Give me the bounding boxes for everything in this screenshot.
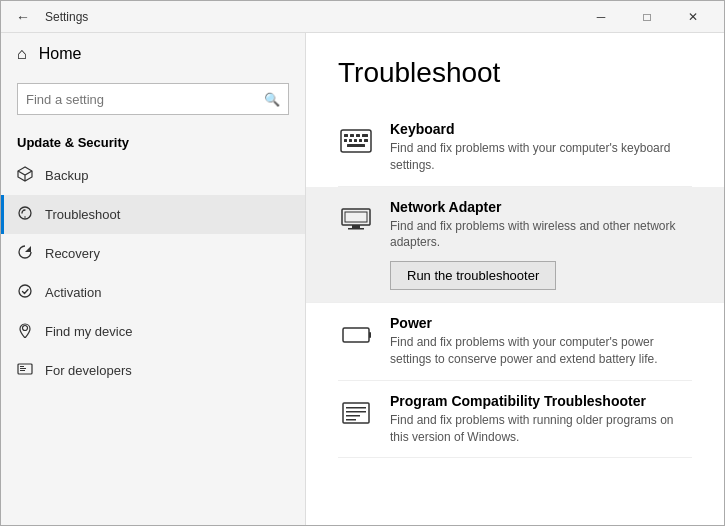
keyboard-desc: Find and fix problems with your computer… — [390, 140, 692, 174]
svg-rect-23 — [343, 328, 369, 342]
network-title: Network Adapter — [390, 199, 692, 215]
titlebar-title: Settings — [45, 10, 88, 24]
troubleshoot-item-network: Network Adapter Find and fix problems wi… — [306, 187, 724, 304]
power-content: Power Find and fix problems with your co… — [390, 315, 692, 368]
sidebar-item-label: Troubleshoot — [45, 207, 120, 222]
main-panel: Troubleshoot — [306, 33, 724, 525]
svg-rect-15 — [354, 139, 357, 142]
svg-rect-5 — [20, 366, 24, 367]
sidebar-item-recovery[interactable]: Recovery — [1, 234, 305, 273]
svg-rect-12 — [362, 134, 368, 137]
sidebar-item-home[interactable]: ⌂ Home — [1, 33, 305, 75]
sidebar-item-label: Activation — [45, 285, 101, 300]
svg-rect-20 — [345, 212, 367, 222]
svg-rect-19 — [342, 209, 370, 225]
svg-rect-6 — [20, 368, 26, 369]
power-icon — [338, 317, 374, 353]
search-icon: 🔍 — [264, 92, 280, 107]
compat-title: Program Compatibility Troubleshooter — [390, 393, 692, 409]
compat-icon — [338, 395, 374, 431]
sidebar-section-title: Update & Security — [1, 127, 305, 156]
sidebar-item-label: Recovery — [45, 246, 100, 261]
network-desc: Find and fix problems with wireless and … — [390, 218, 692, 252]
search-box[interactable]: 🔍 — [17, 83, 289, 115]
sidebar-item-backup[interactable]: Backup — [1, 156, 305, 195]
troubleshoot-item-power: Power Find and fix problems with your co… — [338, 303, 692, 381]
power-desc: Find and fix problems with your computer… — [390, 334, 692, 368]
settings-window: ← Settings ─ □ ✕ ⌂ Home 🔍 Update & Secur… — [0, 0, 725, 526]
keyboard-icon — [338, 123, 374, 159]
titlebar: ← Settings ─ □ ✕ — [1, 1, 724, 33]
sidebar: ⌂ Home 🔍 Update & Security Backup — [1, 33, 306, 525]
troubleshoot-icon — [17, 205, 33, 224]
back-button[interactable]: ← — [9, 3, 37, 31]
maximize-button[interactable]: □ — [624, 1, 670, 33]
main-content: ⌂ Home 🔍 Update & Security Backup — [1, 33, 724, 525]
page-title: Troubleshoot — [338, 57, 692, 89]
troubleshoot-item-compat: Program Compatibility Troubleshooter Fin… — [338, 381, 692, 459]
troubleshoot-item-keyboard: Keyboard Find and fix problems with your… — [338, 109, 692, 187]
svg-point-3 — [23, 326, 28, 331]
svg-rect-21 — [352, 225, 360, 228]
svg-point-2 — [19, 285, 31, 297]
svg-rect-16 — [359, 139, 362, 142]
sidebar-item-label: Find my device — [45, 324, 132, 339]
svg-rect-9 — [344, 134, 348, 137]
svg-rect-26 — [346, 407, 366, 409]
power-title: Power — [390, 315, 692, 331]
find-device-icon — [17, 322, 33, 341]
minimize-button[interactable]: ─ — [578, 1, 624, 33]
svg-rect-29 — [346, 419, 356, 421]
compat-desc: Find and fix problems with running older… — [390, 412, 692, 446]
svg-rect-22 — [348, 228, 364, 230]
keyboard-title: Keyboard — [390, 121, 692, 137]
home-icon: ⌂ — [17, 45, 27, 63]
run-troubleshooter-button[interactable]: Run the troubleshooter — [390, 261, 556, 290]
window-controls: ─ □ ✕ — [578, 1, 716, 33]
activation-icon — [17, 283, 33, 302]
svg-rect-28 — [346, 415, 360, 417]
svg-rect-10 — [350, 134, 354, 137]
svg-rect-13 — [344, 139, 347, 142]
keyboard-content: Keyboard Find and fix problems with your… — [390, 121, 692, 174]
network-content: Network Adapter Find and fix problems wi… — [390, 199, 692, 291]
recovery-icon — [17, 244, 33, 263]
developers-icon — [17, 361, 33, 380]
svg-point-1 — [24, 216, 26, 218]
svg-rect-18 — [347, 144, 365, 147]
sidebar-item-label: Backup — [45, 168, 88, 183]
svg-rect-14 — [349, 139, 352, 142]
compat-content: Program Compatibility Troubleshooter Fin… — [390, 393, 692, 446]
backup-icon — [17, 166, 33, 185]
svg-rect-7 — [20, 370, 25, 371]
svg-rect-24 — [369, 332, 371, 338]
svg-rect-11 — [356, 134, 360, 137]
svg-rect-17 — [364, 139, 368, 142]
svg-rect-27 — [346, 411, 366, 413]
sidebar-item-activation[interactable]: Activation — [1, 273, 305, 312]
sidebar-item-for-developers[interactable]: For developers — [1, 351, 305, 390]
sidebar-item-troubleshoot[interactable]: Troubleshoot — [1, 195, 305, 234]
network-icon — [338, 201, 374, 237]
close-button[interactable]: ✕ — [670, 1, 716, 33]
sidebar-item-find-my-device[interactable]: Find my device — [1, 312, 305, 351]
sidebar-home-label: Home — [39, 45, 82, 63]
search-input[interactable] — [26, 92, 264, 107]
sidebar-item-label: For developers — [45, 363, 132, 378]
